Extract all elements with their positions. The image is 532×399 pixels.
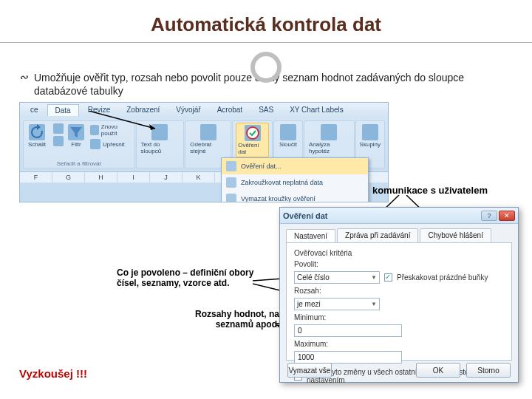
ribbon-tab-data[interactable]: Data [47,104,79,116]
consolidate-icon [280,124,296,140]
skip-empty-checkbox[interactable] [384,273,392,282]
max-label: Maximum: [294,340,340,348]
ribbon-tabs: ce Data Revize Zobrazení Vývojář Acrobat… [20,103,388,117]
close-button[interactable]: ✕ [499,211,515,221]
dd-circle-invalid[interactable]: Zakroužkovat neplatná data [222,174,368,191]
min-label: Minimum: [294,313,340,321]
column-header[interactable]: K [183,172,215,183]
dialog-tabs: Nastavení Zpráva při zadávání Chybové hl… [280,224,518,242]
whatif-icon [321,124,337,140]
reapply-icon [90,125,99,135]
column-header[interactable]: I [117,172,150,183]
sort-desc-button[interactable] [52,135,65,147]
ribbon-tab[interactable]: SAS [251,104,281,116]
advanced-icon [90,139,100,149]
tab-input-message[interactable]: Zpráva při zadávání [337,228,418,242]
ok-button[interactable]: OK [416,363,460,378]
whatif-button[interactable]: Analýza hypotéz [307,123,351,156]
column-header[interactable]: J [150,172,183,183]
validation-icon [226,161,236,171]
slide-title: Automatická kontrola dat [19,13,513,36]
group-icon [362,124,378,140]
remove-dup-button[interactable]: Odebrat stejné [188,123,228,156]
data-validation-button[interactable]: Ověření dat [236,123,269,157]
funnel-icon [68,124,84,140]
reapply-button[interactable]: Znovu použít [89,123,132,137]
criteria-label: Ověřovací kritéria [294,249,504,257]
cancel-button[interactable]: Storno [466,363,511,378]
rozsah-select[interactable]: je mezi▼ [294,298,380,310]
column-header[interactable]: G [52,172,85,183]
close-icon: ✕ [504,212,510,219]
ribbon-tab[interactable]: Vývojář [168,104,208,116]
refresh-icon [29,124,45,140]
ribbon-tab[interactable]: Revize [81,104,118,116]
clear-all-button[interactable]: Vymazat vše [287,363,332,378]
sort-desc-icon [53,136,64,146]
divider [0,42,532,43]
sort-asc-icon [53,123,64,134]
rozsah-label: Rozsah: [294,287,332,295]
clear-icon [226,194,236,202]
allow-label: Povolit: [294,260,332,268]
advanced-button[interactable]: Upřesnit [89,138,132,150]
text-to-columns-button[interactable]: Text do sloupců [140,123,181,156]
chevron-down-icon: ▼ [371,301,377,307]
dd-validation[interactable]: Ověření dat... [222,158,368,174]
ribbon-tab[interactable]: XY Chart Labels [282,104,351,116]
ribbon-tab[interactable]: ce [23,104,46,116]
excel-ribbon: ce Data Revize Zobrazení Vývojář Acrobat… [19,102,389,202]
dedup-icon [200,124,216,140]
refresh-button[interactable]: Schálit [27,123,47,149]
min-input[interactable]: 0 [294,324,402,337]
annot-allowed: Co je povoleno – definiční obory čísel, … [117,267,265,289]
bullet-symbol: ∾ [19,71,28,98]
circle-icon [226,177,236,188]
ribbon-tab[interactable]: Acrobat [210,104,250,116]
tab-settings[interactable]: Nastavení [286,229,335,243]
column-header[interactable]: F [20,172,52,183]
question-icon: ? [487,212,491,219]
sort-asc-button[interactable] [52,123,65,134]
chevron-down-icon: ▼ [371,274,377,281]
tab-error-alert[interactable]: Chybové hlášení [420,228,491,242]
dialog-titlebar[interactable]: Ověření dat ? ✕ [280,208,518,224]
group-button[interactable]: Skupiny [358,123,382,149]
annot-communication: komunikace s uživatelem [372,185,488,197]
allow-select[interactable]: Celé číslo▼ [294,271,380,284]
validation-icon [245,125,261,141]
help-button[interactable]: ? [481,211,497,221]
validation-dropdown: Ověření dat... Zakroužkovat neplatná dat… [221,157,369,202]
ribbon-tab[interactable]: Zobrazení [119,104,167,116]
dd-clear-circles[interactable]: Vymazat kroužky ověření [222,191,368,202]
try-callout: Vyzkoušej !!! [19,367,87,380]
column-header[interactable]: H [85,172,117,183]
dialog-title: Ověření dat [283,211,328,220]
ring-decoration [250,52,282,83]
svg-point-0 [247,127,259,139]
consolidate-button[interactable]: Sloučit [278,123,299,149]
max-input[interactable]: 1000 [294,351,402,364]
skip-empty-label: Přeskakovat prázdné buňky [397,273,488,282]
dialog-body: Ověřovací kritéria Povolit: Celé číslo▼ … [286,242,512,361]
filter-button[interactable]: Filtr [66,123,86,149]
columns-icon [151,124,168,140]
validation-dialog: Ověření dat ? ✕ Nastavení Zpráva při zad… [279,207,519,383]
